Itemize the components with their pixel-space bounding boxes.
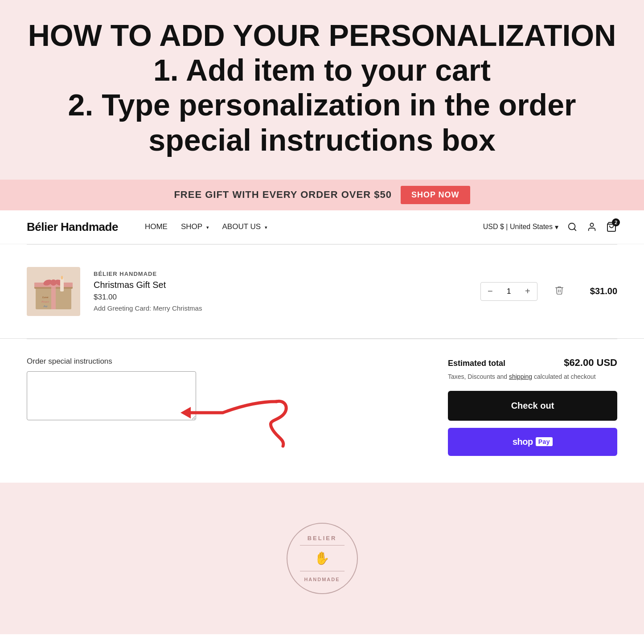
account-icon[interactable] bbox=[586, 221, 598, 233]
svg-text:Peace: Peace bbox=[41, 300, 49, 304]
cart-count: 2 bbox=[612, 218, 620, 226]
footer-logo-top: BELIER bbox=[308, 535, 337, 541]
tax-note: Taxes, Discounts and shipping calculated… bbox=[448, 373, 617, 380]
product-details: BÉLIER HANDMADE Christmas Gift Set $31.0… bbox=[94, 271, 467, 312]
product-option: Add Greeting Card: Merry Christmas bbox=[94, 304, 467, 312]
trash-icon bbox=[554, 285, 564, 295]
shoppay-button[interactable]: shop Pay bbox=[448, 428, 617, 456]
promo-bar: FREE GIFT WITH EVERY ORDER OVER $50 SHOP… bbox=[0, 180, 644, 210]
footer-logo-icon: ✋ bbox=[314, 551, 330, 566]
cart-item: Love Peace Joy BÉLIER HANDMADE Christmas… bbox=[27, 258, 617, 325]
footer-logo-divider2 bbox=[300, 571, 345, 571]
product-name: Christmas Gift Set bbox=[94, 280, 467, 290]
cart-section: Love Peace Joy BÉLIER HANDMADE Christmas… bbox=[0, 245, 644, 339]
shop-dropdown-arrow: ▾ bbox=[206, 225, 209, 230]
currency-selector[interactable]: USD $ | United States ▾ bbox=[483, 223, 558, 231]
navbar: Bélier Handmade HOME SHOP ▾ ABOUT US ▾ U… bbox=[0, 210, 644, 244]
shop-now-button[interactable]: SHOP NOW bbox=[401, 186, 470, 204]
nav-home[interactable]: HOME bbox=[145, 222, 168, 231]
svg-text:Love: Love bbox=[42, 295, 49, 299]
shoppay-label: shop Pay bbox=[513, 437, 553, 447]
estimated-amount: $62.00 USD bbox=[564, 357, 617, 369]
nav-shop[interactable]: SHOP ▾ bbox=[181, 222, 209, 231]
delete-item-button[interactable] bbox=[551, 282, 568, 301]
svg-text:Joy: Joy bbox=[43, 304, 48, 308]
currency-chevron-icon: ▾ bbox=[555, 223, 558, 231]
footer-logo: BELIER ✋ HANDMADE bbox=[287, 523, 358, 594]
product-image: Love Peace Joy bbox=[27, 267, 80, 316]
promo-text: FREE GIFT WITH EVERY ORDER OVER $50 bbox=[174, 189, 392, 201]
instruction-title: HOW TO ADD YOUR PERSONALIZATION 1. Add i… bbox=[27, 18, 617, 157]
svg-rect-13 bbox=[61, 276, 63, 279]
quantity-controls: − + bbox=[480, 282, 537, 301]
svg-line-1 bbox=[574, 229, 576, 231]
quantity-input[interactable] bbox=[500, 287, 518, 296]
nav-right: USD $ | United States ▾ 2 bbox=[483, 221, 617, 233]
footer-logo-bottom: HANDMADE bbox=[304, 577, 340, 582]
instructions-area: Order special instructions bbox=[27, 357, 421, 456]
svg-point-2 bbox=[590, 223, 593, 226]
svg-rect-12 bbox=[60, 278, 64, 291]
product-brand: BÉLIER HANDMADE bbox=[94, 271, 467, 277]
special-instructions-input[interactable] bbox=[27, 371, 196, 420]
estimated-label: Estimated total bbox=[448, 359, 505, 368]
nav-links: HOME SHOP ▾ ABOUT US ▾ bbox=[145, 222, 267, 231]
quantity-decrease-button[interactable]: − bbox=[481, 282, 500, 301]
footer-logo-divider bbox=[300, 545, 345, 546]
search-icon[interactable] bbox=[566, 221, 578, 233]
nav-about-us[interactable]: ABOUT US ▾ bbox=[222, 222, 267, 231]
product-thumbnail: Love Peace Joy bbox=[29, 269, 78, 314]
brand-name: Bélier Handmade bbox=[27, 220, 118, 234]
svg-point-11 bbox=[50, 279, 57, 286]
checkout-area: Estimated total $62.00 USD Taxes, Discou… bbox=[448, 357, 617, 456]
shipping-link[interactable]: shipping bbox=[509, 373, 532, 380]
footer-area: BELIER ✋ HANDMADE bbox=[0, 483, 644, 634]
instruction-banner: HOW TO ADD YOUR PERSONALIZATION 1. Add i… bbox=[0, 0, 644, 180]
checkout-button[interactable]: Check out bbox=[448, 391, 617, 421]
quantity-increase-button[interactable]: + bbox=[518, 282, 537, 301]
estimated-total-row: Estimated total $62.00 USD bbox=[448, 357, 617, 369]
product-price: $31.00 bbox=[94, 293, 467, 302]
bottom-section: Order special instructions Estimated tot… bbox=[0, 339, 644, 483]
about-dropdown-arrow: ▾ bbox=[265, 225, 267, 230]
item-total: $31.00 bbox=[590, 286, 617, 296]
instructions-label: Order special instructions bbox=[27, 357, 421, 366]
cart-icon[interactable]: 2 bbox=[606, 221, 617, 233]
